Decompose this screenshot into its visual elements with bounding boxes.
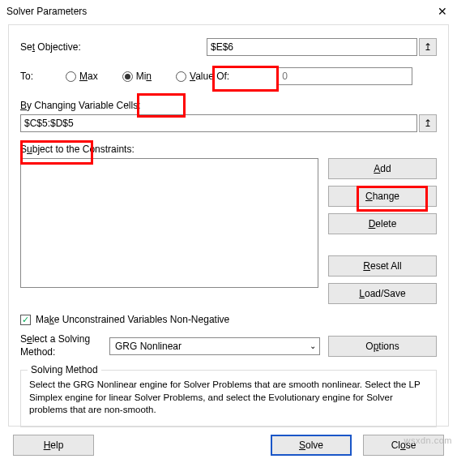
- radio-max-label: Max: [79, 71, 98, 82]
- variables-label: By Changing Variable Cells:: [20, 100, 437, 111]
- watermark: wsxdn.com: [404, 435, 452, 445]
- footer: Help Solve Close: [0, 431, 457, 462]
- load-save-button[interactable]: Load/Save: [328, 283, 437, 304]
- objective-input[interactable]: [207, 38, 417, 56]
- radio-max[interactable]: Max: [66, 71, 98, 82]
- objective-row: Set Objective: ↥: [20, 38, 437, 56]
- unconstrained-checkbox[interactable]: ✓: [20, 315, 31, 325]
- constraints-listbox[interactable]: [20, 158, 318, 288]
- variables-input-wrap: ↥: [20, 114, 437, 132]
- collapse-icon: ↥: [424, 118, 432, 129]
- radio-valueof[interactable]: Value Of:: [176, 71, 229, 82]
- method-label: Select a Solving Method:: [20, 333, 101, 358]
- radio-min-circle: [122, 71, 133, 82]
- change-button[interactable]: Change: [328, 186, 437, 207]
- constraints-buttons: Add Change Delete Reset All Load/Save: [328, 158, 437, 304]
- radio-valueof-label: Value Of:: [190, 71, 229, 82]
- radio-max-circle: [66, 71, 76, 82]
- to-label: To:: [20, 71, 53, 82]
- objective-ref-button[interactable]: ↥: [419, 38, 437, 56]
- radio-min[interactable]: Min: [122, 71, 152, 82]
- titlebar: Solver Parameters ✕: [0, 0, 457, 21]
- add-button[interactable]: Add: [328, 158, 437, 179]
- method-select[interactable]: GRG Nonlinear ⌄: [109, 337, 320, 355]
- chevron-down-icon: ⌄: [310, 341, 316, 350]
- solve-button[interactable]: Solve: [271, 435, 352, 456]
- variables-input[interactable]: [20, 114, 417, 132]
- delete-button[interactable]: Delete: [328, 213, 437, 234]
- variables-ref-button[interactable]: ↥: [419, 114, 437, 132]
- radio-min-label: Min: [136, 71, 152, 82]
- reset-all-button[interactable]: Reset All: [328, 255, 437, 277]
- objective-input-wrap: ↥: [207, 38, 437, 56]
- to-row: To: Max Min Value Of:: [20, 67, 437, 85]
- help-button[interactable]: Help: [13, 435, 94, 456]
- radio-valueof-circle: [176, 71, 186, 82]
- options-button[interactable]: Options: [328, 336, 437, 357]
- method-value: GRG Nonlinear: [115, 341, 182, 352]
- method-row: Select a Solving Method: GRG Nonlinear ⌄…: [20, 333, 437, 358]
- window-title: Solver Parameters: [6, 6, 87, 17]
- constraints-area: Add Change Delete Reset All Load/Save: [20, 158, 437, 304]
- constraints-label: Subject to the Constraints:: [20, 144, 437, 155]
- to-radio-group: Max Min Value Of:: [66, 67, 412, 85]
- objective-label: Set Objective:: [20, 41, 93, 53]
- solving-method-group: Solving Method Select the GRG Nonlinear …: [20, 370, 437, 427]
- close-icon[interactable]: ✕: [434, 5, 451, 18]
- valueof-input[interactable]: [276, 67, 412, 85]
- unconstrained-row[interactable]: ✓ Make Unconstrained Variables Non-Negat…: [20, 314, 437, 325]
- solving-method-legend: Solving Method: [28, 364, 101, 375]
- collapse-icon: ↥: [424, 41, 432, 53]
- solving-method-text: Select the GRG Nonlinear engine for Solv…: [29, 379, 428, 417]
- main-panel: Set Objective: ↥ To: Max Min Value Of:: [8, 24, 449, 427]
- unconstrained-label: Make Unconstrained Variables Non-Negativ…: [36, 314, 229, 325]
